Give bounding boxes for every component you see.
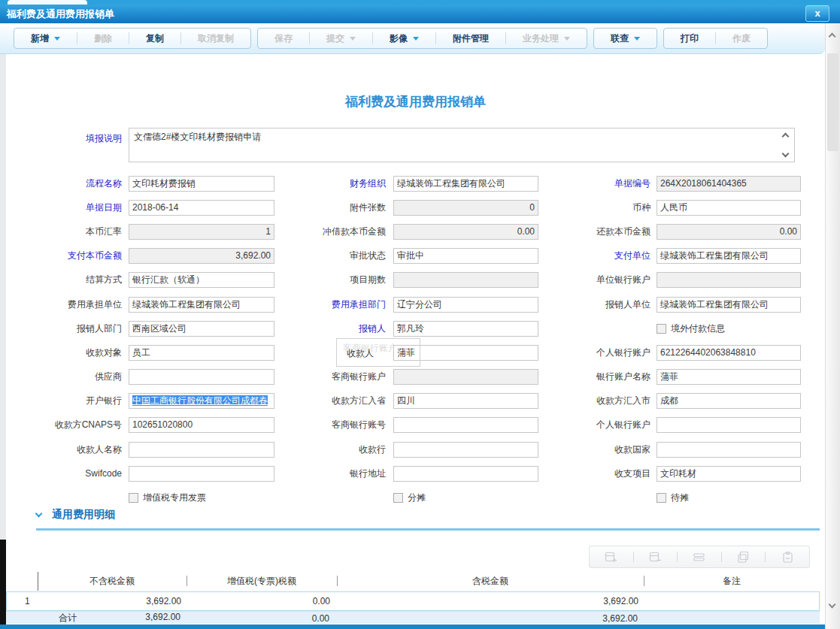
submit-button: 提交 (310, 29, 372, 48)
scroll-up-icon[interactable] (829, 33, 836, 41)
table-row[interactable]: 1 3,692.00 0.00 3,692.00 (6, 591, 820, 611)
claimant-dept-field[interactable]: 西南区域公司 (129, 321, 274, 337)
bank-of-deposit-field[interactable]: 中国工商银行股份有限公司成都春 (129, 393, 274, 409)
bank-account-name-field[interactable]: 蒲菲 (657, 369, 801, 385)
cell-amount-inc-tax[interactable]: 3,692.00 (338, 596, 644, 606)
image-button[interactable]: 影像 (373, 29, 435, 48)
vendor-bank-no-field[interactable] (393, 417, 538, 433)
chevron-down-icon (634, 37, 640, 41)
print-button[interactable]: 打印 (664, 29, 715, 48)
bank-of-deposit-label: 开户银行 (45, 395, 122, 407)
cnaps-no-field[interactable]: 102651020800 (129, 417, 274, 433)
claimant-unit-field[interactable]: 绿城装饰工程集团有限公司 (657, 297, 801, 313)
checkbox-icon[interactable] (657, 324, 666, 334)
expense-dept-field[interactable]: 辽宁分公司 (393, 297, 538, 313)
offset-loan-label: 冲借款本币金额 (274, 225, 386, 238)
doc-number-label: 单据编号 (538, 177, 650, 190)
close-button[interactable]: x (805, 5, 829, 22)
cnaps-no-label: 收款方CNAPS号 (45, 419, 122, 431)
total-amount-inc-tax: 3,692.00 (337, 613, 644, 624)
doc-date-field[interactable]: 2018-06-14 (129, 200, 274, 216)
scroll-up-icon[interactable] (782, 133, 790, 141)
supplier-label: 供应商 (45, 370, 122, 383)
checkbox-icon[interactable] (129, 493, 138, 503)
toolbar-group-actions: 保存 提交 影像 附件管理 业务处理 (257, 28, 587, 49)
total-amount-ex-tax: 3,692.00 (145, 612, 186, 624)
chevron-down-icon (564, 37, 570, 41)
bank-address-label: 银行地址 (274, 467, 386, 480)
supplier-field[interactable] (129, 369, 274, 385)
finance-org-field[interactable]: 绿城装饰工程集团有限公司 (393, 176, 538, 192)
detail-table-header: 不含税金额 增值税(专票)税额 含税金额 备注 (6, 571, 820, 591)
scrollbar-thumb[interactable] (827, 53, 838, 151)
form-grid: 流程名称 文印耗材费报销 财务组织 绿城装饰工程集团有限公司 单据编号 264X… (45, 171, 801, 510)
page-title: 福利费及通用费用报销单 (6, 93, 825, 110)
claimant-field[interactable]: 郭凡玲 (393, 321, 538, 337)
link-query-button[interactable]: 联查 (594, 29, 657, 48)
settle-method-field[interactable]: 银行汇款（软通） (129, 272, 274, 288)
expense-unit-label: 费用承担单位 (45, 298, 122, 311)
currency-field[interactable]: 人民币 (657, 200, 801, 216)
expense-reimbursement-window: 福利费及通用费用报销单 x 新增 删除 复制 取消复制 保存 提交 影像 附件管… (0, 0, 840, 629)
col-amount-inc-tax: 含税金额 (337, 575, 644, 588)
swift-code-label: Swifcode (45, 468, 122, 479)
personal-bank-account2-field[interactable] (657, 417, 801, 433)
personal-bank-account-label: 个人银行账户 (538, 346, 650, 359)
payee-type-field[interactable]: 员工 (129, 345, 274, 361)
new-button[interactable]: 新增 (14, 29, 77, 48)
chevron-down-icon (35, 510, 43, 518)
checkbox-icon[interactable] (657, 493, 666, 503)
payee-province-label: 收款方汇入省 (274, 395, 386, 407)
vertical-scrollbar[interactable] (825, 23, 840, 629)
payee-province-field[interactable]: 四川 (393, 393, 538, 409)
vendor-bank-account-field (393, 369, 538, 385)
settle-method-label: 结算方式 (45, 274, 122, 286)
income-expense-item-field[interactable]: 文印耗材 (657, 466, 801, 482)
claimant-dept-label: 报销人部门 (45, 322, 122, 335)
pay-unit-field[interactable]: 绿城装饰工程集团有限公司 (657, 248, 801, 264)
col-amount-ex-tax: 不含税金额 (38, 575, 186, 588)
pending-split-checkbox[interactable]: 待摊 (657, 491, 801, 504)
repay-amount-label: 还款本币金额 (538, 225, 650, 238)
payee-city-field[interactable]: 成都 (657, 393, 801, 409)
payee-name-field[interactable] (129, 442, 274, 458)
pay-amount-label: 支付本币金额 (45, 249, 122, 262)
paste-row-icon (781, 550, 794, 564)
expense-unit-field[interactable]: 绿城装饰工程集团有限公司 (129, 297, 274, 313)
split-checkbox[interactable]: 分摊 (393, 491, 538, 504)
process-name-field[interactable]: 文印耗材费报销 (129, 176, 274, 192)
checkbox-icon[interactable] (393, 493, 403, 503)
swift-code-field[interactable] (129, 466, 274, 482)
scroll-down-icon[interactable] (829, 601, 836, 609)
income-expense-item-label: 收支项目 (538, 467, 650, 480)
detail-section-header[interactable]: 通用费用明细 (36, 508, 115, 522)
vat-invoice-checkbox[interactable]: 增值税专用发票 (129, 491, 274, 504)
payee-city-label: 收款方汇入市 (538, 395, 650, 407)
attachment-manage-button[interactable]: 附件管理 (436, 29, 505, 48)
cancel-copy-button: 取消复制 (181, 29, 250, 48)
total-vat-amount: 0.00 (186, 613, 337, 624)
beneficiary-bank-field[interactable] (393, 442, 538, 458)
repay-amount-field: 0.00 (657, 224, 801, 240)
description-textarea[interactable]: 文儒德2#楼文印耗材费报销申请 (129, 128, 795, 162)
unit-bank-account-field (657, 272, 801, 288)
scroll-down-icon[interactable] (782, 150, 790, 158)
payee-country-field[interactable] (657, 442, 801, 458)
project-periods-field (393, 272, 538, 288)
overseas-payment-checkbox[interactable]: 境外付款信息 (657, 322, 801, 335)
bank-address-field[interactable] (393, 466, 538, 482)
unit-bank-account-label: 单位银行账户 (538, 274, 650, 286)
chevron-down-icon (54, 37, 60, 41)
row-number: 1 (7, 596, 38, 606)
selected-text: 中国工商银行股份有限公司成都春 (132, 395, 268, 406)
remove-row-icon (648, 550, 662, 564)
personal-bank-account-field[interactable]: 6212264402063848810 (657, 345, 801, 361)
cell-vat-amount[interactable]: 0.00 (187, 596, 338, 606)
chevron-down-icon (350, 37, 356, 41)
copy-button[interactable]: 复制 (129, 29, 180, 48)
claimant-label: 报销人 (274, 322, 386, 335)
payee-field[interactable]: 蒲菲 (393, 345, 538, 361)
cell-amount-ex-tax[interactable]: 3,692.00 (38, 596, 187, 606)
attachment-count-label: 附件张数 (274, 201, 386, 214)
insert-row-icon (693, 550, 706, 564)
